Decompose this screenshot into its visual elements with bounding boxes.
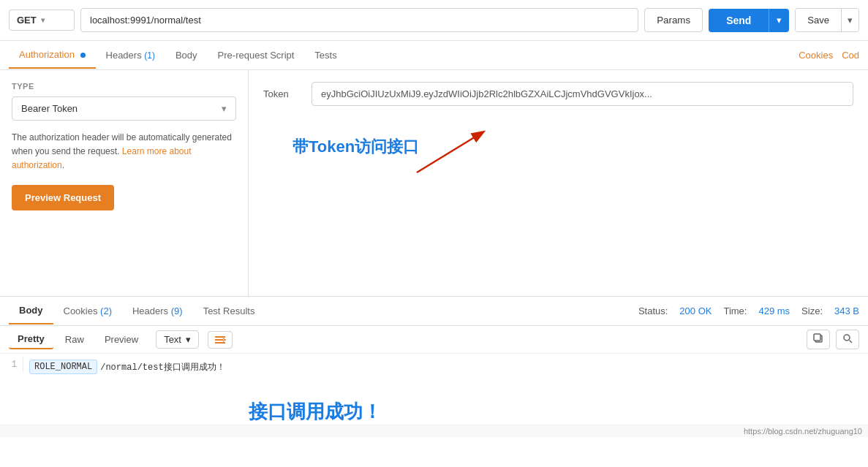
time-label: Time:	[723, 305, 747, 316]
resp-icons	[807, 330, 859, 349]
bottom-section: Body Cookies (2) Headers (9) Test Result…	[0, 297, 868, 425]
headers-badge: (1)	[144, 50, 155, 61]
code-link[interactable]: Cod	[842, 50, 859, 61]
resp-tab-pretty[interactable]: Pretty	[9, 330, 53, 349]
request-tab-bar: Authorization Headers (1) Body Pre-reque…	[0, 41, 868, 70]
svg-line-1	[417, 132, 483, 172]
auth-description: The authorization header will be automat…	[12, 131, 236, 173]
cookies-badge: (2)	[100, 305, 112, 316]
preview-request-button[interactable]: Preview Request	[12, 185, 114, 210]
response-text: /normal/test接口调用成功！	[100, 361, 224, 373]
method-label: GET	[17, 15, 37, 26]
left-panel: TYPE Bearer Token ▾ The authorization he…	[0, 70, 249, 296]
status-bar: Status: 200 OK Time: 429 ms Size: 343 B	[638, 305, 859, 316]
send-group: Send ▾	[709, 9, 789, 32]
resp-headers-badge: (9)	[171, 305, 183, 316]
success-annotation: 接口调用成功！	[249, 399, 382, 423]
bottom-tab-body[interactable]: Body	[9, 297, 53, 324]
url-input[interactable]	[80, 8, 638, 32]
authorization-dot	[80, 53, 86, 58]
format-label: Text	[164, 334, 181, 345]
token-row: Token eyJhbGciOiJIUzUxMiJ9.eyJzdWIiOiJjb…	[263, 82, 853, 106]
type-chevron: ▾	[222, 103, 227, 114]
cookies-link[interactable]: Cookies	[799, 50, 833, 61]
resp-tab-preview[interactable]: Preview	[96, 330, 147, 349]
top-bar: GET ▾ Params Send ▾ Save ▾	[0, 0, 868, 41]
method-chevron: ▾	[41, 16, 45, 24]
tab-authorization[interactable]: Authorization	[9, 42, 96, 69]
response-body: 1 ROLE_NORMAL /normal/test接口调用成功！ 接口调用成功…	[0, 354, 868, 423]
svg-rect-6	[814, 334, 820, 341]
role-badge: ROLE_NORMAL	[29, 360, 97, 374]
method-select[interactable]: GET ▾	[9, 10, 75, 31]
tab-prerequest[interactable]: Pre-request Script	[208, 42, 305, 68]
token-value[interactable]: eyJhbGciOiJIUzUxMiJ9.eyJzdWIiOiJjb2Rlc2h…	[312, 82, 853, 106]
annotation-text: 带Token访问接口	[293, 136, 419, 158]
save-dropdown[interactable]: ▾	[841, 9, 858, 31]
format-select[interactable]: Text ▾	[156, 330, 199, 349]
size-label: Size:	[801, 305, 823, 316]
tab-headers[interactable]: Headers (1)	[96, 42, 165, 68]
line-number: 1	[0, 357, 23, 373]
params-button[interactable]: Params	[644, 8, 703, 32]
copy-button[interactable]	[807, 330, 830, 349]
bottom-link-bar: https://blog.csdn.net/zhuguang10	[0, 425, 868, 437]
response-toolbar: Pretty Raw Preview Text ▾	[0, 326, 868, 354]
size-value: 343 B	[834, 305, 859, 316]
svg-line-8	[850, 341, 853, 343]
search-button[interactable]	[836, 330, 859, 349]
status-value: 200 OK	[679, 305, 712, 316]
bottom-tab-bar: Body Cookies (2) Headers (9) Test Result…	[0, 297, 868, 326]
footer-link[interactable]: https://blog.csdn.net/zhuguang10	[744, 427, 862, 436]
tab-tests[interactable]: Tests	[304, 42, 347, 68]
send-button[interactable]: Send	[709, 9, 769, 32]
type-value: Bearer Token	[21, 103, 78, 114]
save-button[interactable]: Save	[796, 9, 841, 31]
type-label: TYPE	[12, 82, 236, 91]
format-chevron: ▾	[186, 334, 191, 345]
line-content: ROLE_NORMAL /normal/test接口调用成功！	[29, 357, 225, 377]
wrap-icon[interactable]	[208, 331, 233, 349]
svg-point-7	[844, 335, 850, 341]
save-group: Save ▾	[795, 8, 859, 32]
main-content: TYPE Bearer Token ▾ The authorization he…	[0, 70, 868, 297]
table-row: 1 ROLE_NORMAL /normal/test接口调用成功！	[0, 357, 868, 377]
right-panel: Token eyJhbGciOiJIUzUxMiJ9.eyJzdWIiOiJjb…	[249, 70, 868, 296]
bottom-tab-test-results[interactable]: Test Results	[193, 298, 265, 324]
bottom-tab-cookies[interactable]: Cookies (2)	[53, 298, 122, 324]
tab-body[interactable]: Body	[165, 42, 208, 68]
bottom-tab-headers[interactable]: Headers (9)	[122, 298, 193, 324]
status-label: Status:	[638, 305, 668, 316]
tab-bar-right: Cookies Cod	[799, 50, 859, 61]
send-dropdown[interactable]: ▾	[769, 9, 789, 32]
time-value: 429 ms	[758, 305, 790, 316]
token-label: Token	[263, 88, 300, 99]
arrow-annotation	[410, 121, 497, 182]
resp-tab-raw[interactable]: Raw	[56, 330, 93, 349]
type-select[interactable]: Bearer Token ▾	[12, 96, 236, 121]
